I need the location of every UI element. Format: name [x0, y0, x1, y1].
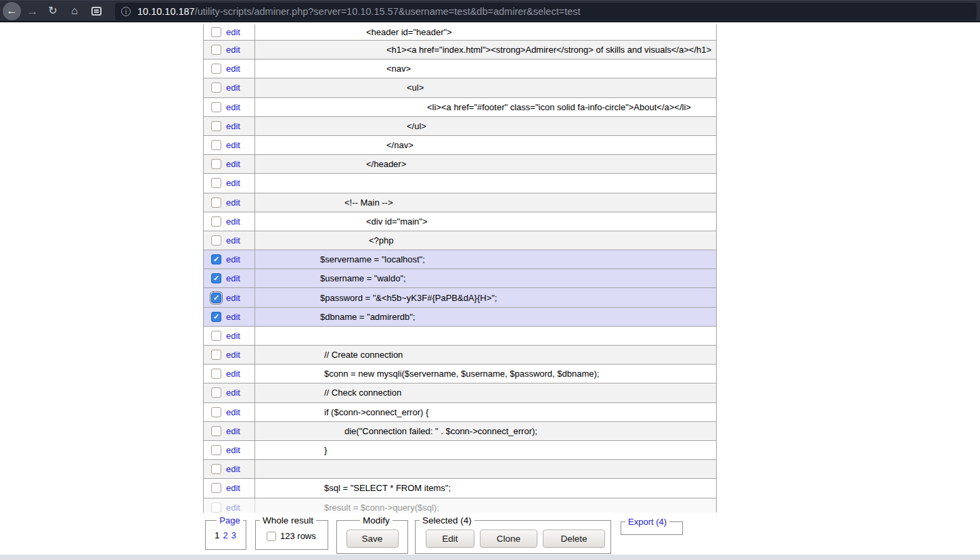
export-legend-link[interactable]: Export (4)	[628, 517, 667, 527]
back-button[interactable]: ←	[3, 2, 21, 20]
row-checkbox[interactable]	[211, 159, 221, 169]
edit-link[interactable]: edit	[226, 388, 240, 398]
code-cell: </nav>	[255, 136, 716, 154]
page-link-2[interactable]: 2	[223, 530, 229, 540]
table-row: ✓edit$password = "&<h5b~yK3F#{PaPB&dA}{H…	[204, 288, 716, 307]
table-row: edit<!-- Main -->	[204, 193, 716, 212]
code-cell: $servername = "localhost";	[255, 250, 716, 269]
page-current: 1	[215, 530, 221, 540]
table-row: edit</nav>	[204, 136, 716, 155]
edit-link[interactable]: edit	[226, 235, 240, 246]
whole-result-label: 123 rows	[280, 531, 316, 541]
table-row: edit$conn = new mysqli($servername, $use…	[204, 365, 716, 383]
row-checkbox[interactable]	[211, 426, 221, 436]
row-checkbox[interactable]	[211, 121, 221, 131]
page-legend-link[interactable]: Page	[219, 515, 240, 526]
row-checkbox[interactable]	[211, 483, 221, 493]
forward-button[interactable]: →	[24, 5, 41, 17]
edit-link[interactable]: edit	[226, 27, 240, 37]
row-checkbox[interactable]: ✓	[211, 293, 221, 303]
edit-link[interactable]: edit	[226, 159, 240, 169]
home-button[interactable]: ⌂	[66, 5, 83, 16]
row-controls-cell: edit	[204, 193, 255, 212]
row-checkbox[interactable]	[211, 178, 221, 188]
row-controls-cell: edit	[204, 24, 255, 40]
extension-icon[interactable]	[91, 7, 102, 16]
edit-link[interactable]: edit	[226, 64, 240, 74]
row-checkbox[interactable]	[211, 235, 221, 246]
edit-link[interactable]: edit	[226, 350, 240, 360]
row-checkbox[interactable]	[211, 102, 221, 112]
table-row: edit<nav>	[204, 60, 716, 78]
row-checkbox[interactable]	[211, 388, 221, 398]
edit-link[interactable]: edit	[226, 121, 240, 131]
row-checkbox[interactable]: ✓	[211, 254, 221, 264]
row-controls-cell: edit	[204, 327, 255, 345]
row-checkbox[interactable]	[211, 464, 221, 474]
row-checkbox[interactable]	[211, 369, 221, 379]
edit-link[interactable]: edit	[226, 483, 240, 493]
edit-link[interactable]: edit	[226, 312, 240, 322]
row-checkbox[interactable]	[211, 445, 221, 455]
edit-link[interactable]: edit	[226, 254, 240, 264]
whole-result-checkbox[interactable]	[267, 532, 276, 541]
code-cell: $dbname = "admirerdb";	[255, 308, 716, 326]
edit-link[interactable]: edit	[226, 445, 240, 455]
clone-selected-button[interactable]: Clone	[480, 530, 537, 548]
row-checkbox[interactable]	[211, 350, 221, 360]
edit-link[interactable]: edit	[226, 426, 240, 436]
home-icon: ⌂	[71, 5, 78, 16]
url-text: 10.10.10.187/utility-scripts/adminer.php…	[137, 6, 581, 17]
row-checkbox[interactable]	[211, 331, 221, 341]
row-controls-cell: edit	[204, 78, 255, 97]
table-row: edit}	[204, 441, 716, 460]
row-controls-cell: edit	[204, 346, 255, 364]
edit-link[interactable]: edit	[226, 45, 240, 55]
table-row: edit// Create connection	[204, 346, 716, 365]
edit-link[interactable]: edit	[226, 273, 240, 283]
edit-link[interactable]: edit	[226, 83, 240, 93]
row-controls-cell: ✓edit	[204, 308, 255, 326]
url-bar[interactable]: i 10.10.10.187/utility-scripts/adminer.p…	[115, 3, 977, 20]
edit-link[interactable]: edit	[226, 293, 240, 303]
table-row: ✓edit$username = "waldo";	[204, 269, 716, 288]
table-row: edit// Check connection	[204, 383, 716, 402]
table-row: edit	[204, 460, 716, 479]
page-link-3[interactable]: 3	[231, 530, 237, 540]
row-controls-cell: edit	[204, 422, 255, 440]
edit-link[interactable]: edit	[226, 464, 240, 474]
edit-link[interactable]: edit	[226, 407, 240, 417]
reload-button[interactable]: ↻	[44, 5, 62, 16]
row-checkbox[interactable]	[211, 64, 221, 74]
table-row: editdie("Connection failed: " . $conn->c…	[204, 422, 716, 441]
row-checkbox[interactable]	[211, 83, 221, 93]
row-checkbox[interactable]	[211, 45, 221, 55]
save-button[interactable]: Save	[347, 530, 399, 548]
site-info-icon[interactable]: i	[121, 7, 131, 16]
edit-link[interactable]: edit	[226, 178, 240, 188]
row-checkbox[interactable]	[211, 27, 221, 37]
row-checkbox[interactable]: ✓	[211, 312, 221, 322]
row-checkbox[interactable]	[211, 197, 221, 208]
table-row: edit	[204, 327, 716, 346]
edit-selected-button[interactable]: Edit	[426, 530, 474, 548]
edit-link[interactable]: edit	[226, 102, 240, 112]
delete-selected-button[interactable]: Delete	[543, 530, 605, 548]
result-footer: Page 123 Whole result 123 rows Modify Sa…	[0, 513, 980, 560]
edit-link[interactable]: edit	[226, 197, 240, 208]
row-checkbox[interactable]	[211, 503, 221, 513]
code-cell: $username = "waldo";	[255, 269, 716, 287]
row-controls-cell: edit	[204, 174, 255, 192]
row-checkbox[interactable]	[211, 140, 221, 150]
edit-link[interactable]: edit	[226, 369, 240, 379]
window-bottom-strip	[0, 555, 980, 560]
edit-link[interactable]: edit	[226, 503, 240, 513]
row-checkbox[interactable]	[211, 216, 221, 227]
code-cell: $conn = new mysqli($servername, $usernam…	[255, 365, 716, 383]
edit-link[interactable]: edit	[226, 140, 240, 150]
row-checkbox[interactable]: ✓	[211, 273, 221, 283]
edit-link[interactable]: edit	[226, 216, 240, 227]
edit-link[interactable]: edit	[226, 331, 240, 341]
row-checkbox[interactable]	[211, 407, 221, 417]
code-cell: <li><a href="#footer" class="icon solid …	[255, 98, 716, 116]
